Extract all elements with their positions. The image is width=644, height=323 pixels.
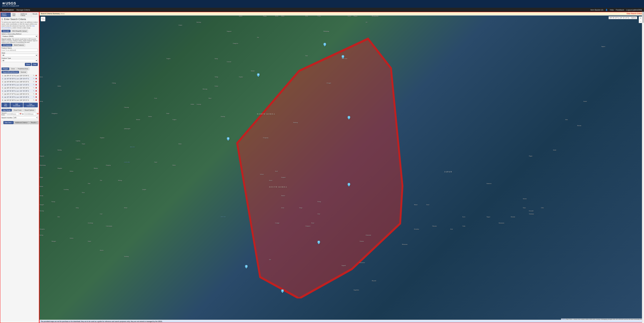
edit-icon[interactable] <box>33 93 35 95</box>
tab-dms[interactable]: Degree/Minute/Second <box>2 71 19 73</box>
tab-us-features[interactable]: US Features <box>2 44 12 46</box>
edit-icon[interactable] <box>33 90 35 92</box>
delete-icon[interactable] <box>35 99 37 101</box>
nav-brand[interactable]: EarthExplorer <box>2 9 14 11</box>
map-disclaimer: The provided maps are not for purchase o… <box>40 320 644 323</box>
svg-point-2 <box>258 74 259 75</box>
map-marker[interactable] <box>227 137 230 141</box>
tab-geocoder[interactable]: Geocoder <box>2 30 10 32</box>
nav-results-button[interactable]: Results » <box>30 121 38 124</box>
calendar-icon[interactable]: 📅 <box>20 113 22 115</box>
nav-manage-criteria[interactable]: Manage Criteria <box>16 9 30 11</box>
city-label: Dongying <box>106 165 111 166</box>
coord-index: 7. <box>2 93 4 95</box>
layers-button[interactable] <box>41 17 45 21</box>
nav-item-basket[interactable]: Item Basket (0) <box>590 9 603 11</box>
profile-icon[interactable]: 👤 <box>605 9 608 11</box>
nav-help[interactable]: Help <box>610 9 614 11</box>
edit-icon[interactable] <box>33 87 35 89</box>
edit-icon[interactable] <box>33 96 35 98</box>
tab-search-criteria[interactable]: Search Criteria <box>0 12 11 17</box>
tab-data-sets[interactable]: Data Sets <box>11 12 19 17</box>
city-label: Tianjin <box>82 143 85 145</box>
city-label: Shuangyashan <box>372 15 378 17</box>
city-label: Niigata <box>529 155 532 157</box>
state-label: State <box>2 52 38 54</box>
tab-predefined-area[interactable]: Predefined Area <box>16 67 30 70</box>
edit-icon[interactable] <box>33 78 35 80</box>
tab-decimal[interactable]: Decimal <box>19 71 27 73</box>
city-label: Cangzhou <box>76 159 80 160</box>
edit-icon[interactable] <box>33 75 35 77</box>
city-label: Tongliao <box>166 58 170 59</box>
city-label: Baotou <box>40 76 43 78</box>
edit-icon[interactable] <box>33 99 35 101</box>
nav-logout[interactable]: Logout [cjfdnd369] <box>626 9 642 11</box>
delete-icon[interactable] <box>35 81 37 83</box>
map-marker[interactable] <box>324 43 326 46</box>
city-label: Jinan <box>88 183 90 184</box>
delete-icon[interactable] <box>35 78 37 80</box>
nav-data-sets-button[interactable]: Data Sets » <box>3 121 14 124</box>
edit-icon[interactable] <box>33 84 35 86</box>
nav-additional-criteria-button[interactable]: Additional Criteria » <box>14 121 29 124</box>
city-label: Hegang <box>354 15 358 17</box>
search-from-input[interactable] <box>7 113 19 115</box>
leaflet-link[interactable]: Leaflet <box>562 319 565 320</box>
feature-type-select[interactable]: All <box>2 59 38 62</box>
delete-icon[interactable] <box>35 93 37 95</box>
coord-value: Lat: 42° 00' 59" N, Lon: 126° 29' 47" E <box>4 78 33 79</box>
clear-search-criteria-link[interactable]: Clear Search Criteria <box>626 13 642 14</box>
tab-result-options[interactable]: Result Options <box>23 109 36 112</box>
coordinate-row: 4.Lat: 42° 08' 49" N, Lon: 131° 14' 33" … <box>2 83 38 86</box>
calendar-icon[interactable]: 📅 <box>37 113 39 115</box>
city-label: Shizuoka <box>511 216 515 218</box>
state-select[interactable]: All <box>2 54 38 57</box>
nav-feedback[interactable]: Feedback <box>616 9 624 11</box>
delete-icon[interactable] <box>35 87 37 89</box>
map-marker[interactable] <box>245 265 248 269</box>
delete-icon[interactable] <box>35 84 37 86</box>
city-label: Lianyungang <box>106 226 112 227</box>
map-marker[interactable] <box>342 55 344 59</box>
tab-results[interactable]: Results <box>31 12 39 17</box>
map-marker[interactable] <box>348 116 350 119</box>
tab-polygon[interactable]: Polygon <box>2 67 9 70</box>
geocoding-method-label: Select a Geocoding Method <box>2 33 38 35</box>
map-marker[interactable] <box>318 241 320 244</box>
scrollbar[interactable] <box>642 12 644 323</box>
delete-icon[interactable] <box>35 96 37 98</box>
city-label: Puyang <box>52 201 55 202</box>
map-marker[interactable] <box>281 289 284 293</box>
tab-additional-criteria[interactable]: Additional Criteria <box>19 12 31 17</box>
coord-index: 9. <box>2 99 4 101</box>
delete-icon[interactable] <box>35 75 37 77</box>
map-marker[interactable] <box>257 73 260 77</box>
search-months-select[interactable]: (all) ▾ <box>13 116 38 119</box>
city-label: Xuzhou <box>70 238 73 239</box>
clear-coordinates-button[interactable]: Clear Coordinates <box>24 103 38 107</box>
clear-button[interactable]: Clear <box>32 63 38 66</box>
coordinate-row: 2.Lat: 42° 00' 59" N, Lon: 126° 29' 47" … <box>2 77 38 80</box>
summary-show-link[interactable]: (Show) <box>60 13 65 14</box>
city-label: Nagoya <box>487 216 490 218</box>
map-canvas[interactable]: (44° 04' 18" N, 134° 16' 14" E) Options … <box>40 15 644 320</box>
coord-index: 8. <box>2 96 4 98</box>
tab-kml-upload[interactable]: KML/Shapefile Upload <box>11 30 28 32</box>
tab-world-features[interactable]: World Features <box>12 44 25 46</box>
city-label: Morioka <box>577 125 581 126</box>
add-coordinate-button[interactable]: Add Coordinate <box>10 103 23 107</box>
map-marker[interactable] <box>348 183 350 186</box>
edit-icon[interactable] <box>33 81 35 83</box>
delete-icon[interactable] <box>35 90 37 92</box>
use-map-button[interactable]: Use Map <box>2 103 10 107</box>
search-to-input[interactable] <box>24 113 36 115</box>
coordinate-row: 5.Lat: 38° 23' 36" N, Lon: 131° 46' 10" … <box>2 86 38 89</box>
show-button[interactable]: Show <box>25 63 31 66</box>
tab-cloud-cover[interactable]: Cloud Cover <box>12 109 23 112</box>
map-options-button[interactable]: Options <box>630 17 636 18</box>
tab-date-range[interactable]: Date Range <box>2 109 12 112</box>
feature-name-input[interactable] <box>2 49 38 51</box>
geocoding-method-select[interactable]: Feature (GNIS) <box>2 35 38 38</box>
tab-circle[interactable]: Circle <box>10 67 16 70</box>
